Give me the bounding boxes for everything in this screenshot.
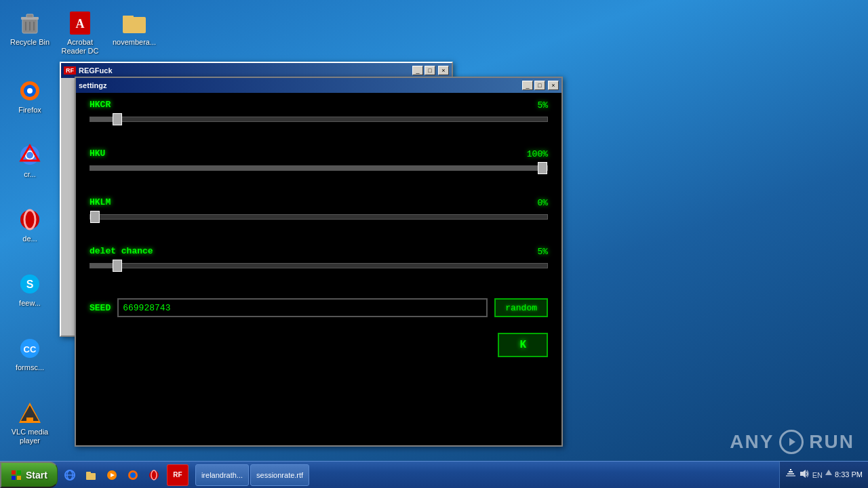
hkcr-setting: HKCR 5% — [90, 100, 548, 125]
svg-rect-28 — [17, 470, 21, 474]
network-tray-icon[interactable] — [785, 468, 796, 481]
vlc-label: VLC media player — [8, 428, 52, 445]
svg-point-15 — [26, 152, 33, 159]
taskbar-item-session[interactable]: sessionrate.rtf — [250, 464, 309, 486]
skype-icon[interactable]: S feew... — [5, 268, 54, 310]
settings-content: HKCR 5% HKU 100% HKLM — [76, 93, 561, 445]
vlc-icon[interactable]: VLC media player — [5, 396, 54, 448]
wmp-btn[interactable] — [102, 466, 121, 485]
explorer-btn[interactable] — [81, 466, 100, 485]
svg-rect-30 — [17, 476, 21, 480]
settings-close-btn[interactable]: × — [548, 81, 559, 90]
ccleaner-label: formsc... — [16, 363, 44, 372]
svg-rect-2 — [26, 14, 33, 18]
start-button[interactable]: Start — [0, 462, 58, 488]
svg-point-40 — [149, 470, 159, 480]
svg-point-39 — [130, 472, 136, 478]
svg-marker-26 — [789, 438, 795, 446]
seed-input[interactable] — [117, 298, 488, 317]
hkcr-percent: 5% — [537, 100, 548, 110]
delet-chance-percent: 5% — [537, 247, 548, 257]
seed-label: SEED — [90, 303, 111, 313]
seed-row: SEED random — [90, 298, 548, 317]
minimize-btn[interactable]: _ — [412, 66, 423, 75]
hkcr-slider[interactable] — [90, 117, 548, 122]
regfuck-titlebar[interactable]: RF REGFuck _ □ × — [61, 63, 452, 78]
svg-rect-35 — [86, 472, 91, 474]
settings-window: settingz _ □ × HKCR 5% — [75, 77, 563, 447]
chrome-label: cr... — [24, 170, 36, 179]
svg-marker-47 — [825, 470, 832, 475]
acrobat-icon[interactable]: A Acrobat Reader DC — [56, 7, 104, 58]
anyrun-run-text: RUN — [809, 431, 854, 453]
system-tray: EN 8:33 PM — [779, 462, 868, 488]
windows-logo-icon — [11, 470, 22, 481]
ok-button[interactable]: K — [498, 333, 548, 357]
settings-titlebar[interactable]: settingz _ □ × — [76, 78, 561, 93]
rf-btn[interactable]: RF — [167, 464, 189, 486]
recycle-bin-label: Recycle Bin — [10, 38, 50, 47]
skype-label: feew... — [19, 299, 41, 308]
svg-point-16 — [20, 210, 39, 229]
svg-text:A: A — [76, 17, 85, 30]
svg-rect-27 — [12, 470, 16, 474]
hku-slider[interactable] — [90, 165, 548, 171]
hklm-setting: HKLM 0% — [90, 197, 548, 222]
keyboard-tray-icon[interactable]: EN — [812, 471, 823, 479]
random-button[interactable]: random — [494, 298, 548, 317]
arrow-tray-icon[interactable] — [825, 468, 832, 481]
svg-rect-29 — [12, 476, 16, 480]
opera-label: de... — [22, 235, 37, 243]
sound-tray-icon[interactable] — [799, 468, 810, 481]
firefox-tb-btn[interactable] — [123, 466, 142, 485]
hku-label: HKU — [90, 148, 105, 159]
hklm-slider[interactable] — [90, 214, 548, 220]
maximize-btn[interactable]: □ — [425, 66, 435, 75]
ie-btn[interactable] — [60, 466, 79, 485]
anyrun-text: ANY — [730, 431, 774, 453]
tray-clock: 8:33 PM — [835, 470, 863, 479]
november-icon[interactable]: novembera... — [110, 7, 159, 49]
hku-percent: 100% — [527, 149, 548, 159]
acrobat-label: Acrobat Reader DC — [58, 38, 102, 56]
firefox-label: Firefox — [18, 106, 41, 115]
svg-marker-46 — [800, 470, 806, 478]
hklm-percent: 0% — [537, 198, 548, 208]
chrome-icon[interactable]: cr... — [5, 139, 54, 182]
taskbar: Start — [0, 461, 868, 488]
svg-rect-45 — [790, 469, 791, 470]
taskbar-items: irelandrath... sessionrate.rtf — [193, 462, 779, 488]
hklm-label: HKLM — [90, 197, 111, 207]
delet-chance-slider[interactable] — [90, 263, 548, 268]
opera-tb-btn[interactable] — [144, 466, 163, 485]
close-btn[interactable]: × — [438, 66, 449, 75]
anyrun-logo: ANY RUN — [730, 430, 854, 454]
settings-minimize-btn[interactable]: _ — [522, 81, 533, 90]
opera-icon[interactable]: de... — [5, 203, 54, 246]
svg-rect-25 — [24, 421, 36, 423]
svg-rect-42 — [786, 475, 795, 476]
recycle-bin-icon[interactable]: Recycle Bin — [5, 7, 54, 49]
svg-text:CC: CC — [24, 344, 37, 354]
svg-point-12 — [27, 88, 33, 94]
svg-rect-9 — [123, 16, 134, 20]
delet-chance-label: delet chance — [90, 246, 153, 256]
anyrun-play-icon — [779, 430, 804, 454]
svg-rect-43 — [787, 473, 794, 474]
delet-chance-setting: delet chance 5% — [90, 246, 548, 271]
settings-maximize-btn[interactable]: □ — [534, 81, 545, 90]
svg-text:S: S — [26, 279, 34, 290]
hku-setting: HKU 100% — [90, 148, 548, 174]
quick-launch: RF — [58, 464, 193, 486]
settings-body: HKCR 5% HKU 100% HKLM — [76, 93, 561, 445]
firefox-icon[interactable]: Firefox — [5, 75, 54, 117]
svg-rect-44 — [789, 471, 793, 472]
hkcr-label: HKCR — [90, 100, 111, 110]
ccleaner-icon[interactable]: CC formsc... — [5, 332, 54, 375]
november-label: novembera... — [113, 38, 156, 47]
taskbar-item-ireland[interactable]: irelandrath... — [195, 464, 249, 486]
